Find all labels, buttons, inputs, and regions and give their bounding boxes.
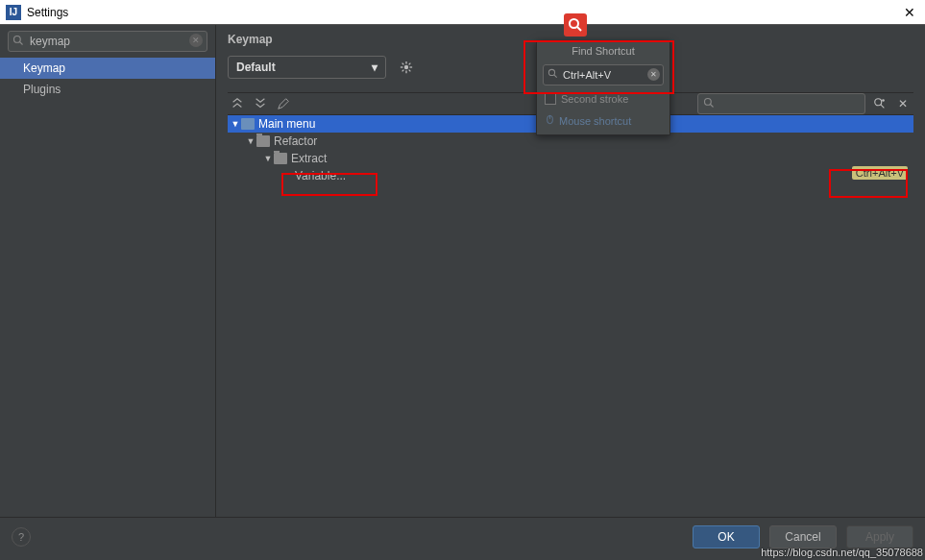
- close-icon[interactable]: ✕: [900, 5, 919, 20]
- popup-title: Find Shortcut: [537, 41, 669, 61]
- search-icon: [703, 97, 715, 111]
- app-icon: IJ: [6, 5, 21, 20]
- expand-all-icon[interactable]: [228, 94, 247, 113]
- svg-line-12: [711, 105, 714, 108]
- chevron-down-icon: ▼: [262, 154, 274, 163]
- clear-icon[interactable]: ✕: [647, 68, 660, 81]
- tree-row-extract[interactable]: ▼ Extract: [228, 150, 913, 167]
- collapse-all-icon[interactable]: [251, 94, 270, 113]
- clear-search-icon[interactable]: ✕: [892, 93, 913, 114]
- mouse-shortcut-link[interactable]: Mouse shortcut: [537, 109, 669, 134]
- help-button[interactable]: ?: [12, 527, 31, 547]
- folder-icon: [256, 135, 270, 147]
- tree-label: Refactor: [274, 134, 913, 148]
- svg-point-13: [875, 99, 882, 106]
- titlebar: IJ Settings ✕: [0, 0, 925, 25]
- sidebar-item-label: Keymap: [23, 61, 65, 75]
- svg-point-0: [14, 37, 21, 43]
- window-title: Settings: [27, 6, 900, 19]
- chevron-down-icon: ▼: [230, 119, 241, 129]
- sidebar-item-plugins[interactable]: Plugins: [0, 79, 215, 100]
- button-label: Cancel: [785, 530, 820, 544]
- action-search[interactable]: [697, 93, 865, 114]
- keymap-select-value: Default: [236, 61, 276, 74]
- cancel-button[interactable]: Cancel: [769, 525, 837, 548]
- find-shortcut-popup: Find Shortcut ✕ Second stroke Mouse shor…: [536, 40, 670, 135]
- button-label: Apply: [865, 530, 894, 544]
- sidebar-item-label: Plugins: [23, 83, 61, 96]
- svg-point-15: [882, 99, 885, 102]
- tree-row-variable[interactable]: Variable...: [228, 167, 913, 184]
- sidebar-item-keymap[interactable]: Keymap: [0, 58, 215, 79]
- checkbox-icon[interactable]: [545, 93, 556, 105]
- keymap-select[interactable]: Default ▾: [228, 56, 386, 79]
- second-stroke-row[interactable]: Second stroke: [537, 89, 669, 109]
- chevron-down-icon: ▼: [245, 136, 256, 146]
- popup-input-wrap: ✕: [543, 64, 664, 85]
- clear-icon[interactable]: ✕: [189, 34, 203, 47]
- svg-line-14: [881, 105, 885, 109]
- button-label: OK: [718, 530, 734, 544]
- search-icon: [548, 68, 558, 81]
- svg-line-19: [554, 75, 557, 78]
- watermark: https://blog.csdn.net/qq_35078688: [761, 547, 923, 558]
- svg-line-17: [577, 27, 581, 31]
- tree-label: Variable...: [295, 169, 913, 183]
- gear-icon[interactable]: [396, 57, 417, 78]
- folder-icon: [274, 153, 287, 164]
- menu-icon: [241, 118, 255, 130]
- search-icon: [12, 35, 24, 49]
- svg-line-10: [409, 63, 411, 65]
- edit-icon[interactable]: [274, 94, 293, 113]
- chevron-down-icon: ▾: [372, 61, 377, 74]
- action-tree[interactable]: ▼ Main menu ▼ Refactor ▼ Extract Variabl…: [228, 115, 913, 517]
- svg-line-7: [402, 63, 404, 65]
- shortcut-input[interactable]: [543, 64, 664, 85]
- shortcut-badge: Ctrl+Alt+V: [852, 166, 908, 180]
- sidebar: ✕ Keymap Plugins: [0, 25, 216, 517]
- mouse-shortcut-label: Mouse shortcut: [559, 115, 631, 127]
- ok-button[interactable]: OK: [693, 525, 760, 548]
- apply-button[interactable]: Apply: [846, 525, 913, 548]
- second-stroke-label: Second stroke: [561, 93, 628, 105]
- svg-point-11: [705, 99, 712, 106]
- svg-point-16: [570, 19, 578, 28]
- svg-line-8: [409, 70, 411, 72]
- sidebar-search: ✕: [8, 31, 207, 52]
- svg-point-2: [404, 65, 408, 69]
- find-shortcut-icon[interactable]: [869, 93, 890, 114]
- highlight-search-badge: [564, 13, 587, 37]
- svg-line-1: [20, 42, 23, 45]
- svg-line-9: [402, 70, 404, 72]
- mouse-icon: [545, 114, 555, 127]
- content: ✕ Keymap Plugins Keymap Default ▾: [0, 25, 925, 517]
- sidebar-search-input[interactable]: [8, 31, 207, 52]
- svg-point-18: [548, 69, 554, 75]
- tree-label: Extract: [291, 152, 913, 165]
